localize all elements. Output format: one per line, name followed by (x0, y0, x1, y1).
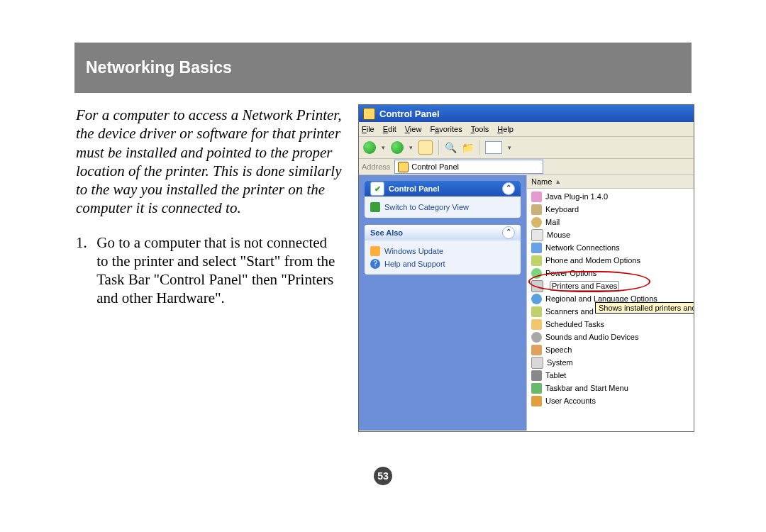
control-panel-screenshot: Control Panel File Edit View Favorites T… (358, 104, 694, 432)
list-item[interactable]: Mouse (527, 228, 694, 241)
switch-view-icon (370, 202, 380, 212)
step-text: Go to a computer that is not connected t… (96, 233, 338, 308)
mail-icon (531, 217, 542, 228)
mouse-icon (531, 229, 543, 241)
menu-view[interactable]: View (405, 125, 422, 133)
menu-edit[interactable]: Edit (383, 125, 396, 133)
panel-see-also: See Also ⌃ Windows Update ?Help and Supp… (365, 225, 521, 275)
list-item[interactable]: Sounds and Audio Devices (527, 331, 694, 343)
menu-file[interactable]: File (362, 125, 374, 133)
menu-help[interactable]: Help (497, 125, 514, 133)
list-item[interactable]: System (527, 356, 694, 369)
user-accounts-icon (531, 396, 542, 406)
folders-icon[interactable]: 📁 (462, 142, 473, 153)
page-title: Networking Basics (74, 43, 692, 93)
views-button[interactable] (485, 141, 502, 154)
page-number: 53 (374, 467, 392, 485)
menu-favorites[interactable]: Favorites (430, 125, 462, 133)
toolbar: ▾ ▾ 🔍 📁 ▾ (359, 137, 694, 159)
printer-icon (531, 280, 543, 292)
window-titlebar: Control Panel (359, 105, 694, 122)
address-icon (398, 162, 409, 172)
menu-bar: File Edit View Favorites Tools Help (359, 122, 694, 137)
address-label: Address (362, 162, 390, 171)
link-windows-update[interactable]: Windows Update (370, 245, 515, 257)
windows-update-icon (370, 246, 380, 256)
link-help-and-support[interactable]: ?Help and Support (370, 257, 515, 270)
list-item[interactable]: Phone and Modem Options (527, 254, 694, 267)
items-list: Name▲ Java Plug-in 1.4.0 Keyboard Mail M… (526, 175, 694, 431)
forward-button[interactable] (391, 141, 404, 154)
collapse-icon[interactable]: ⌃ (502, 226, 515, 239)
list-item-printers-and-faxes[interactable]: Printers and Faxes (527, 279, 694, 292)
power-icon (531, 268, 542, 279)
panel-control-panel: ✔Control Panel ⌃ Switch to Category View (365, 181, 521, 218)
java-icon (531, 192, 542, 202)
control-panel-icon (363, 108, 375, 120)
system-icon (531, 357, 543, 369)
window-title: Control Panel (379, 109, 440, 119)
column-header-name[interactable]: Name▲ (527, 175, 694, 189)
step-1: 1. Go to a computer that is not connecte… (76, 233, 345, 308)
address-value: Control Panel (411, 162, 459, 171)
taskbar-icon (531, 383, 542, 394)
menu-tools[interactable]: Tools (471, 125, 489, 133)
list-item[interactable]: Tablet (527, 369, 694, 382)
network-icon (531, 243, 542, 253)
back-button[interactable] (363, 141, 376, 154)
list-item[interactable]: User Accounts (527, 394, 694, 407)
sounds-icon (531, 332, 542, 343)
regional-icon (531, 294, 542, 304)
list-item[interactable]: Network Connections (527, 241, 694, 254)
address-field[interactable]: Control Panel (394, 160, 543, 174)
list-item[interactable]: Java Plug-in 1.4.0 (527, 190, 694, 203)
search-icon[interactable]: 🔍 (445, 142, 456, 153)
list-item[interactable]: Taskbar and Start Menu (527, 382, 694, 394)
tooltip-printers: Shows installed printers and f (595, 302, 694, 314)
speech-icon (531, 345, 542, 355)
help-icon: ? (370, 259, 380, 269)
tablet-icon (531, 370, 542, 381)
list-item[interactable]: Keyboard (527, 203, 694, 216)
phone-modem-icon (531, 255, 542, 266)
side-pane: ✔Control Panel ⌃ Switch to Category View… (359, 175, 526, 431)
sort-asc-icon: ▲ (555, 178, 561, 185)
link-switch-category-view[interactable]: Switch to Category View (370, 201, 515, 214)
list-item[interactable]: Scheduled Tasks (527, 318, 694, 331)
scanner-icon (531, 306, 542, 317)
keyboard-icon (531, 204, 542, 215)
list-item[interactable]: Mail (527, 216, 694, 228)
step-number: 1. (76, 233, 93, 252)
scheduled-tasks-icon (531, 319, 542, 330)
panel-cp-title: Control Panel (389, 184, 440, 193)
panel-see-also-title: See Also (370, 228, 403, 237)
intro-paragraph: For a computer to access a Network Print… (76, 106, 345, 218)
up-button[interactable] (418, 140, 433, 155)
list-item[interactable]: Speech (527, 343, 694, 356)
collapse-icon[interactable]: ⌃ (502, 182, 515, 195)
panel-cp-icon: ✔ (370, 182, 384, 196)
address-bar: Address Control Panel (359, 159, 694, 175)
list-item[interactable]: Power Options (527, 267, 694, 279)
